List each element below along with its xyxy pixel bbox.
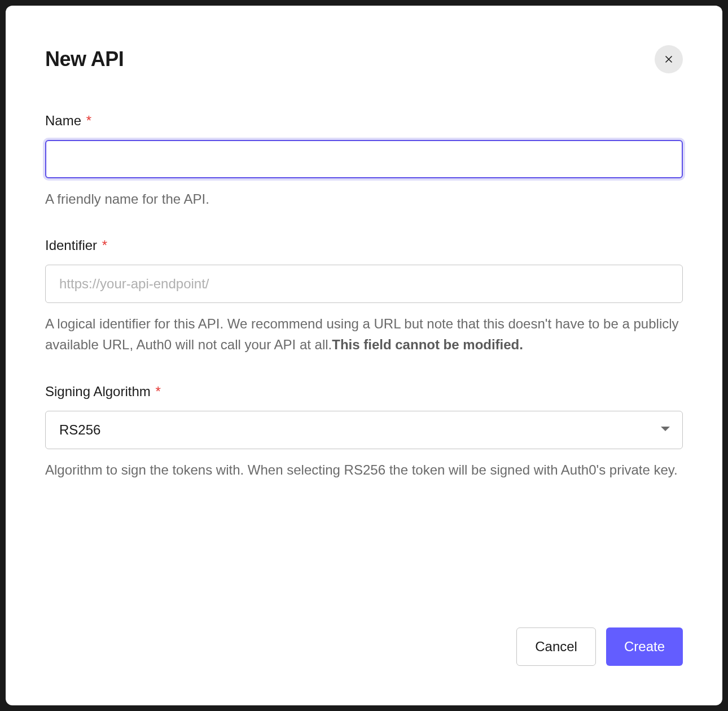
modal-footer: Cancel Create xyxy=(516,627,683,666)
algorithm-label: Signing Algorithm * xyxy=(45,384,683,400)
required-asterisk: * xyxy=(86,113,91,128)
identifier-input[interactable] xyxy=(45,265,683,303)
identifier-help-text: A logical identifier for this API. We re… xyxy=(45,313,683,355)
name-label-text: Name xyxy=(45,113,81,128)
required-asterisk: * xyxy=(155,384,160,399)
identifier-field-group: Identifier * A logical identifier for th… xyxy=(45,238,683,355)
identifier-label-text: Identifier xyxy=(45,238,97,253)
name-help-text: A friendly name for the API. xyxy=(45,188,683,209)
name-label: Name * xyxy=(45,113,683,129)
create-button[interactable]: Create xyxy=(606,627,683,666)
algorithm-field-group: Signing Algorithm * RS256 Algorithm to s… xyxy=(45,384,683,480)
identifier-label: Identifier * xyxy=(45,238,683,253)
algorithm-help-text: Algorithm to sign the tokens with. When … xyxy=(45,459,683,480)
cancel-button[interactable]: Cancel xyxy=(516,627,596,666)
algorithm-select[interactable]: RS256 xyxy=(45,411,683,449)
new-api-modal: New API Name * A friendly name for the A… xyxy=(6,6,722,705)
close-button[interactable] xyxy=(655,45,683,73)
name-input[interactable] xyxy=(45,140,683,178)
algorithm-label-text: Signing Algorithm xyxy=(45,384,151,399)
name-field-group: Name * A friendly name for the API. xyxy=(45,113,683,209)
modal-header: New API xyxy=(45,45,683,73)
close-icon xyxy=(663,54,674,65)
required-asterisk: * xyxy=(102,238,107,253)
algorithm-select-wrapper: RS256 xyxy=(45,411,683,449)
identifier-help-part2: This field cannot be modified. xyxy=(332,337,523,352)
modal-title: New API xyxy=(45,47,124,71)
